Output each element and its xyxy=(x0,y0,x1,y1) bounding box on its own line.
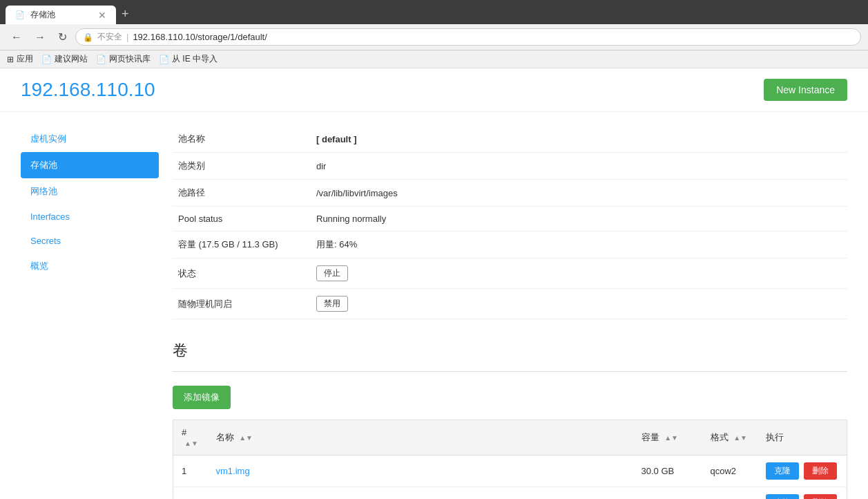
bookmark-webclip[interactable]: 📄 网页快讯库 xyxy=(96,53,151,65)
browser-chrome: 📄 存储池 ✕ + xyxy=(0,0,868,24)
back-button[interactable]: ← xyxy=(7,30,26,45)
new-tab-button[interactable]: + xyxy=(116,4,135,24)
bookmark-import[interactable]: 📄 从 IE 中导入 xyxy=(159,53,218,65)
pool-info-table: 池名称 [ default ] 池类别 dir 池路径 /var/lib/lib… xyxy=(173,126,847,319)
new-instance-button[interactable]: New Instance xyxy=(764,79,847,101)
row1-size: 30.0 GB xyxy=(633,455,702,487)
sort-name-icon[interactable]: ▲▼ xyxy=(239,434,253,442)
security-icon: 🔒 xyxy=(83,32,93,42)
col-header-size: 容量 ▲▼ xyxy=(633,420,702,455)
table-row: 2 CentOS-7.4-x86_64-DVD-1708.iso 4.2 GB … xyxy=(173,487,847,500)
row2-delete-button[interactable]: 删除 xyxy=(804,494,837,499)
page-content: 192.168.110.10 New Instance 虚机实例 存储池 网络池… xyxy=(0,68,868,499)
add-image-button[interactable]: 添加镜像 xyxy=(173,386,231,409)
sidebar: 虚机实例 存储池 网络池 Interfaces Secrets 概览 xyxy=(21,126,159,499)
sort-num-icon[interactable]: ▲▼ xyxy=(184,440,198,447)
pool-path-row: 池路径 /var/lib/libvirt/images xyxy=(173,180,847,207)
row2-clone-button[interactable]: 克隆 xyxy=(766,494,799,499)
page-header: 192.168.110.10 New Instance xyxy=(0,68,868,112)
pool-type-row: 池类别 dir xyxy=(173,153,847,180)
col-header-num: # ▲▼ xyxy=(173,420,208,455)
col-header-format: 格式 ▲▼ xyxy=(702,420,758,455)
sidebar-item-storage-pool[interactable]: 存储池 xyxy=(21,152,159,178)
webclip-label: 网页快讯库 xyxy=(109,53,151,65)
col-name-label: 名称 xyxy=(216,432,234,442)
volumes-table-header: # ▲▼ 名称 ▲▼ 容量 ▲▼ 格式 ▲▼ xyxy=(173,420,847,455)
pool-path-label: 池路径 xyxy=(173,180,311,207)
apps-label: 应用 xyxy=(17,53,33,65)
pool-type-value: dir xyxy=(311,153,847,180)
import-icon: 📄 xyxy=(159,55,169,64)
pool-autostart-label: 随物理机同启 xyxy=(173,289,311,319)
row1-clone-button[interactable]: 克隆 xyxy=(766,462,799,480)
bookmark-apps[interactable]: ⊞ 应用 xyxy=(7,53,33,65)
pool-capacity-label: 容量 (17.5 GB / 11.3 GB) xyxy=(173,232,311,258)
row1-name-link[interactable]: vm1.img xyxy=(216,466,250,476)
row2-num: 2 xyxy=(173,487,208,500)
row2-actions: 克隆 删除 xyxy=(758,487,847,500)
address-bar[interactable]: 🔒 不安全 | 192.168.110.10/storage/1/default… xyxy=(75,28,861,46)
row1-num: 1 xyxy=(173,455,208,487)
pool-path-value: /var/lib/libvirt/images xyxy=(311,180,847,207)
col-format-label: 格式 xyxy=(711,432,729,442)
pool-name-row: 池名称 [ default ] xyxy=(173,126,847,153)
pool-name-value: [ default ] xyxy=(311,126,847,153)
col-size-label: 容量 xyxy=(642,432,659,442)
pool-status-value: Running normally xyxy=(311,207,847,232)
import-label: 从 IE 中导入 xyxy=(172,53,218,65)
section-divider xyxy=(173,371,847,372)
tab-bar: 📄 存储池 ✕ + xyxy=(6,4,135,24)
page-title: 192.168.110.10 xyxy=(21,79,155,101)
row1-name: vm1.img xyxy=(208,455,633,487)
forward-button[interactable]: → xyxy=(30,30,50,45)
col-num-label: # xyxy=(182,427,186,437)
browser-toolbar: ← → ↻ 🔒 不安全 | 192.168.110.10/storage/1/d… xyxy=(0,24,868,50)
divider: | xyxy=(126,32,128,42)
sort-size-icon[interactable]: ▲▼ xyxy=(664,434,678,442)
address-text: 192.168.110.10/storage/1/default/ xyxy=(133,32,853,42)
row1-actions: 克隆 删除 xyxy=(758,455,847,487)
row2-name: CentOS-7.4-x86_64-DVD-1708.iso xyxy=(208,487,633,500)
active-tab[interactable]: 📄 存储池 ✕ xyxy=(6,6,116,24)
col-header-action: 执行 xyxy=(758,420,847,455)
pool-capacity-value: 用量: 64% xyxy=(311,232,847,258)
sidebar-item-network-pool[interactable]: 网络池 xyxy=(21,178,159,205)
suggest-label: 建议网站 xyxy=(55,53,88,65)
suggest-icon: 📄 xyxy=(41,55,52,64)
volumes-section-title: 卷 xyxy=(173,340,847,361)
sidebar-item-secrets[interactable]: Secrets xyxy=(21,229,159,253)
pool-state-label: 状态 xyxy=(173,258,311,289)
pool-state-row: 状态 停止 xyxy=(173,258,847,289)
apps-icon: ⊞ xyxy=(7,55,14,64)
bookmarks-bar: ⊞ 应用 📄 建议网站 📄 网页快讯库 📄 从 IE 中导入 xyxy=(0,50,868,68)
pool-capacity-row: 容量 (17.5 GB / 11.3 GB) 用量: 64% xyxy=(173,232,847,258)
main-area: 池名称 [ default ] 池类别 dir 池路径 /var/lib/lib… xyxy=(173,126,847,499)
pool-autostart-row: 随物理机同启 禁用 xyxy=(173,289,847,319)
webclip-icon: 📄 xyxy=(96,55,106,64)
table-row: 1 vm1.img 30.0 GB qcow2 克隆 删除 xyxy=(173,455,847,487)
volumes-table: # ▲▼ 名称 ▲▼ 容量 ▲▼ 格式 ▲▼ xyxy=(173,420,847,499)
row2-size: 4.2 GB xyxy=(633,487,702,500)
row1-delete-button[interactable]: 删除 xyxy=(804,462,837,480)
sidebar-item-vm-instances[interactable]: 虚机实例 xyxy=(21,126,159,152)
content-layout: 虚机实例 存储池 网络池 Interfaces Secrets 概览 池名称 [… xyxy=(0,112,868,499)
pool-status-label: Pool status xyxy=(173,207,311,232)
pool-autostart-button[interactable]: 禁用 xyxy=(316,296,348,312)
pool-autostart-cell: 禁用 xyxy=(311,289,847,319)
pool-status-row: Pool status Running normally xyxy=(173,207,847,232)
bookmark-suggest[interactable]: 📄 建议网站 xyxy=(41,53,88,65)
col-header-name: 名称 ▲▼ xyxy=(208,420,633,455)
reload-button[interactable]: ↻ xyxy=(54,29,71,45)
sidebar-item-interfaces[interactable]: Interfaces xyxy=(21,205,159,229)
pool-name-label: 池名称 xyxy=(173,126,311,153)
tab-close-button[interactable]: ✕ xyxy=(98,10,106,21)
row1-format: qcow2 xyxy=(702,455,758,487)
pool-stop-button[interactable]: 停止 xyxy=(316,265,348,281)
sort-format-icon[interactable]: ▲▼ xyxy=(733,434,747,442)
row2-format: iso xyxy=(702,487,758,500)
tab-favicon: 📄 xyxy=(15,10,25,19)
tab-title: 存储池 xyxy=(30,9,55,21)
pool-type-label: 池类别 xyxy=(173,153,311,180)
not-secure-label: 不安全 xyxy=(97,31,122,43)
sidebar-item-overview[interactable]: 概览 xyxy=(21,253,159,279)
